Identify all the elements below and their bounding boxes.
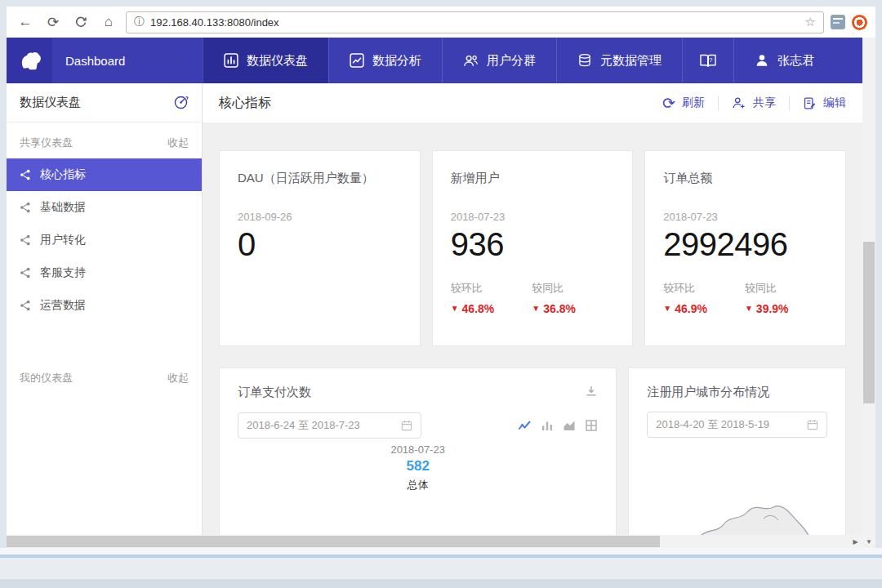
site-info-icon[interactable]: ⓘ xyxy=(134,15,145,29)
kpi-value: 0 xyxy=(238,226,402,263)
divider xyxy=(718,96,719,110)
bar-chart-icon xyxy=(224,53,238,68)
sidebar-gap xyxy=(7,322,202,358)
shared-dashboards-section: 共享仪表盘 收起 xyxy=(7,122,202,158)
users-icon xyxy=(463,53,479,69)
nav-item-user-segments[interactable]: 用户分群 xyxy=(442,38,556,83)
kpi-date: 2018-07-23 xyxy=(451,211,615,223)
delta-row: 较环比 ▼ 46.9% 较同比 ▼ 39.9% xyxy=(663,281,827,315)
share-action-button[interactable]: 共享 xyxy=(732,96,776,110)
calendar-icon xyxy=(401,420,412,431)
down-arrow-icon: ▼ xyxy=(451,305,459,313)
scroll-down-arrow[interactable]: ▼ xyxy=(862,535,875,548)
calendar-icon xyxy=(807,419,818,430)
database-icon xyxy=(577,53,592,68)
line-chart-type-icon[interactable] xyxy=(518,419,532,432)
sidebar-item-customer-support[interactable]: 客服支持 xyxy=(7,256,202,289)
kpi-date: 2018-07-23 xyxy=(663,211,827,223)
scroll-right-arrow[interactable]: ▶ xyxy=(849,535,862,548)
sidebar-title: 数据仪表盘 xyxy=(20,95,81,110)
vertical-scrollbar-thumb[interactable] xyxy=(863,242,875,403)
card-order-amount: 订单总额 2018-07-23 2992496 较环比 ▼ 46.9% 较同比 xyxy=(644,150,846,346)
chart-tooltip: 2018-07-23 582 总体 xyxy=(238,443,598,492)
date-range-value: 2018-6-24 至 2018-7-23 xyxy=(247,418,360,433)
sidebar-item-label: 核心指标 xyxy=(40,167,86,182)
horizontal-scrollbar[interactable]: ▶ xyxy=(7,535,862,548)
down-arrow-icon: ▼ xyxy=(663,305,671,313)
nav-item-analysis[interactable]: 数据分析 xyxy=(328,38,442,83)
vertical-scrollbar[interactable] xyxy=(862,38,875,535)
charts-row: 订单支付次数 2018-6-24 至 2018-7-23 xyxy=(219,368,846,535)
section-title: 共享仪表盘 xyxy=(20,136,73,150)
sidebar-item-label: 用户转化 xyxy=(40,233,86,247)
bar-chart-type-icon[interactable] xyxy=(541,419,554,432)
delta-row: 较环比 ▼ 46.8% 较同比 ▼ 36.8% xyxy=(451,281,615,315)
sidebar-item-basic-data[interactable]: 基础数据 xyxy=(7,191,202,224)
edit-document-icon xyxy=(803,96,817,110)
tooltip-value: 582 xyxy=(238,458,598,474)
sidebar-item-operations-data[interactable]: 运营数据 xyxy=(7,289,202,322)
app-logo xyxy=(7,38,52,83)
down-arrow-icon: ▼ xyxy=(745,305,753,313)
nav-item-label: 元数据管理 xyxy=(600,53,662,69)
card-title: 注册用户城市分布情况 xyxy=(647,385,827,400)
gauge-icon[interactable] xyxy=(173,95,189,110)
date-range-picker[interactable]: 2018-6-24 至 2018-7-23 xyxy=(238,412,421,439)
mom-label: 较环比 xyxy=(451,281,495,296)
address-bar[interactable]: ⓘ 192.168.40.133:8080/index ☆ xyxy=(126,11,824,33)
yoy-delta: 较同比 ▼ 39.9% xyxy=(745,281,789,315)
date-range-picker[interactable]: 2018-4-20 至 2018-5-19 xyxy=(647,412,827,438)
browser-toolbar: ← ⟳ ⌂ ⓘ 192.168.40.133:8080/index ☆ xyxy=(7,7,875,38)
yoy-label: 较同比 xyxy=(532,281,576,296)
edit-action-button[interactable]: 编辑 xyxy=(803,96,846,110)
help-book-icon: ? xyxy=(699,52,717,69)
download-icon[interactable] xyxy=(585,385,598,401)
refresh-button[interactable]: ⟳ xyxy=(42,11,64,33)
window-frame xyxy=(0,558,882,579)
mom-delta: 较环比 ▼ 46.9% xyxy=(663,281,707,315)
horizontal-scrollbar-thumb[interactable] xyxy=(7,536,660,547)
browser-menu-icon[interactable] xyxy=(852,15,867,30)
mom-label: 较环比 xyxy=(663,281,707,296)
sidebar-item-user-conversion[interactable]: 用户转化 xyxy=(7,224,202,256)
user-name: 张志君 xyxy=(777,53,814,69)
sidebar-item-label: 运营数据 xyxy=(40,298,86,313)
reload-button[interactable] xyxy=(70,11,91,33)
card-dau: DAU（日活跃用户数量） 2018-09-26 0 xyxy=(219,150,421,346)
tooltip-date: 2018-07-23 xyxy=(238,443,598,456)
nav-item-metadata[interactable]: 元数据管理 xyxy=(556,38,682,83)
tooltip-series: 总体 xyxy=(238,478,598,492)
nav-item-help-docs[interactable]: ? xyxy=(682,38,733,83)
area-chart-type-icon[interactable] xyxy=(563,419,576,432)
collapse-toggle[interactable]: 收起 xyxy=(167,371,189,385)
extension-icon[interactable] xyxy=(831,15,845,29)
nav-item-dashboards[interactable]: 数据仪表盘 xyxy=(203,38,328,83)
bookmark-star-icon[interactable]: ☆ xyxy=(805,15,816,29)
share-user-icon xyxy=(732,96,746,110)
chart-controls: 2018-6-24 至 2018-7-23 xyxy=(238,412,598,439)
back-button[interactable]: ← xyxy=(15,11,36,33)
refresh-action-button[interactable]: ⟳ 刷新 xyxy=(662,96,705,111)
kpi-date: 2018-09-26 xyxy=(238,211,402,223)
collapse-toggle[interactable]: 收起 xyxy=(167,136,189,150)
chart-type-switcher xyxy=(518,419,598,432)
kpi-row: DAU（日活跃用户数量） 2018-09-26 0 新增用户 2018-07-2… xyxy=(219,150,846,346)
sidebar-item-core-metrics[interactable]: 核心指标 xyxy=(7,158,202,191)
brand-name: Dashboard xyxy=(65,54,125,68)
user-icon xyxy=(755,53,769,68)
china-map xyxy=(641,499,821,535)
nav-item-label: 数据分析 xyxy=(372,53,421,69)
window-frame xyxy=(0,548,882,555)
home-button[interactable]: ⌂ xyxy=(98,11,119,33)
sidebar: 数据仪表盘 共享仪表盘 收起 核心指标 xyxy=(7,83,203,535)
nav-item-label: 数据仪表盘 xyxy=(247,53,308,69)
table-chart-type-icon[interactable] xyxy=(585,419,598,432)
nav-item-user-profile[interactable]: 张志君 xyxy=(733,38,835,83)
share-icon xyxy=(20,202,31,213)
page-title: 核心指标 xyxy=(219,95,271,112)
brand: Dashboard xyxy=(7,38,203,83)
sidebar-header: 数据仪表盘 xyxy=(7,83,202,122)
date-range-value: 2018-4-20 至 2018-5-19 xyxy=(656,417,769,432)
sidebar-item-label: 客服支持 xyxy=(40,265,86,280)
url-text[interactable]: 192.168.40.133:8080/index xyxy=(150,16,800,29)
